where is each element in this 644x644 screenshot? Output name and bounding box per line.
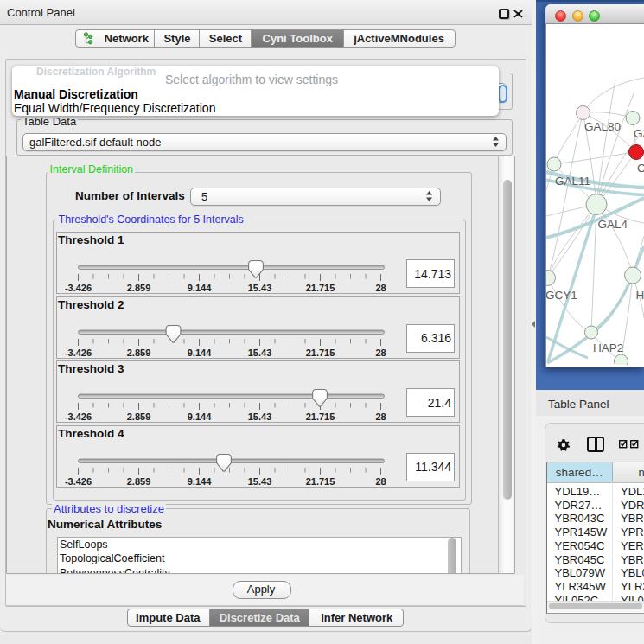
svg-text:2.859: 2.859: [126, 411, 150, 422]
svg-text:GCY1: GCY1: [546, 289, 577, 302]
svg-text:GA: GA: [634, 127, 644, 140]
svg-text:21.715: 21.715: [305, 283, 335, 293]
svg-text:GAL4: GAL4: [598, 218, 628, 231]
svg-text:21.715: 21.715: [305, 411, 335, 422]
svg-text:15.43: 15.43: [247, 411, 271, 422]
svg-text:2.859: 2.859: [126, 348, 150, 358]
svg-text:9.144: 9.144: [187, 476, 211, 487]
svg-text:15.43: 15.43: [247, 348, 271, 358]
svg-text:-3.426: -3.426: [64, 476, 91, 487]
svg-text:9.144: 9.144: [187, 411, 211, 422]
svg-text:21.715: 21.715: [305, 348, 335, 358]
svg-text:2.859: 2.859: [126, 283, 150, 293]
svg-text:21.715: 21.715: [305, 476, 335, 487]
svg-text:C: C: [637, 162, 644, 175]
svg-text:GAL11: GAL11: [555, 175, 590, 188]
svg-text:28: 28: [375, 283, 386, 293]
svg-text:28: 28: [375, 476, 386, 487]
svg-text:-3.426: -3.426: [64, 348, 91, 358]
svg-text:15.43: 15.43: [247, 476, 271, 487]
svg-text:-3.426: -3.426: [64, 283, 91, 293]
svg-text:9.144: 9.144: [187, 283, 211, 293]
svg-text:15.43: 15.43: [247, 283, 271, 293]
svg-text:HAP2: HAP2: [593, 341, 623, 354]
svg-text:28: 28: [375, 411, 386, 422]
svg-text:2.859: 2.859: [126, 476, 150, 487]
svg-text:9.144: 9.144: [187, 348, 211, 358]
svg-text:28: 28: [375, 348, 386, 358]
svg-text:GAL80: GAL80: [584, 120, 621, 133]
svg-text:-3.426: -3.426: [64, 411, 91, 422]
svg-text:HI: HI: [636, 289, 644, 302]
